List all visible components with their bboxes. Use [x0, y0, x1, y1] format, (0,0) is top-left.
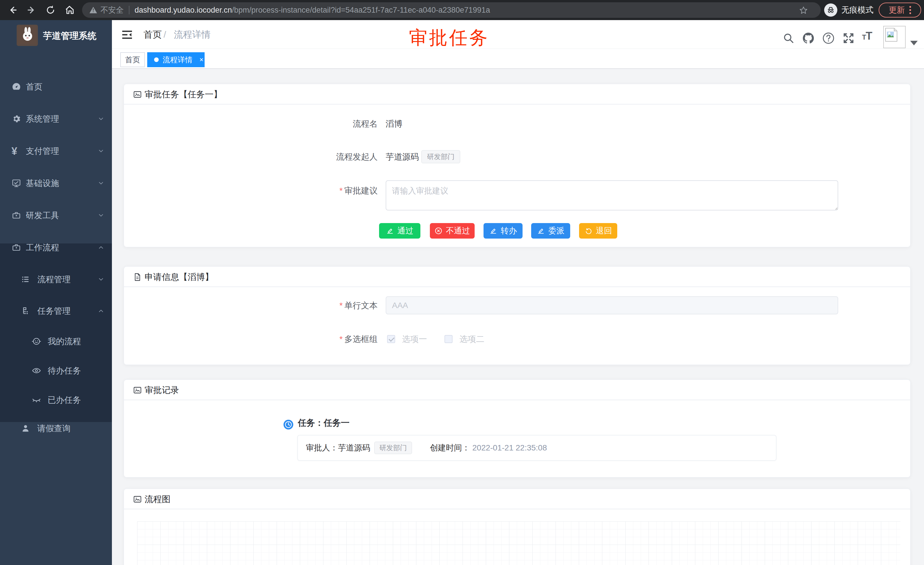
reject-button[interactable]: 不通过	[430, 223, 475, 239]
created-value: 2022-01-21 22:35:08	[472, 443, 547, 452]
sidebar-item-infrastructure[interactable]: 基础设施	[0, 167, 112, 199]
browser-reload-button[interactable]	[44, 4, 57, 17]
created-label: 创建时间：	[430, 442, 470, 453]
timeline-record-item: 审批人： 芋道源码 研发部门 创建时间： 2022-01-21 22:35:08	[297, 435, 777, 461]
browser-home-button[interactable]	[63, 4, 76, 17]
tags-view-bar: 首页 流程详情 ×	[112, 49, 924, 69]
screen: 不安全 dashboard.yudao.iocoder.cn/bpm/proce…	[0, 0, 924, 565]
chevron-down-icon	[98, 116, 105, 122]
main-content: 审批任务【任务一】 流程名 滔博 流程发起人 芋道源码 研发部门 *审批建议 通…	[112, 69, 924, 565]
records-card-header: 审批记录	[124, 380, 910, 400]
sidebar-item-devtools[interactable]: 研发工具	[0, 199, 112, 231]
edit-icon	[489, 227, 497, 235]
initiator-value: 芋道源码	[386, 149, 419, 164]
search-icon[interactable]	[782, 32, 795, 45]
return-button[interactable]: 退回	[579, 223, 617, 239]
sidebar-item-leave-query[interactable]: 请假查询	[0, 415, 112, 442]
chevron-down-icon	[98, 276, 105, 283]
url-path: /bpm/process-instance/detail?id=54aa251f…	[232, 6, 490, 15]
chevron-down-icon	[98, 147, 105, 155]
active-tab-dot	[154, 57, 159, 62]
edit-icon	[537, 227, 545, 235]
tree-icon	[21, 306, 30, 316]
sidebar-item-payment[interactable]: ¥ 支付管理	[0, 135, 112, 167]
refresh-left-icon	[585, 227, 592, 235]
sidebar-item-workflow[interactable]: 工作流程	[0, 231, 112, 263]
text-field-label: *单行文本	[254, 298, 378, 313]
app-header: 首页 / 流程详情 审批任务 TT	[112, 20, 924, 49]
font-size-icon[interactable]: TT	[862, 30, 882, 43]
user-icon	[21, 424, 30, 433]
gear-icon	[12, 114, 21, 124]
tab-home[interactable]: 首页	[120, 52, 145, 67]
tab-process-detail[interactable]: 流程详情 ×	[147, 52, 205, 67]
timeline-task-title: 任务：任务一	[298, 415, 350, 430]
process-name-value: 滔博	[386, 116, 402, 131]
update-label[interactable]: 更新	[889, 5, 905, 15]
browser-update-button[interactable]: 更新	[879, 3, 921, 18]
address-bar[interactable]: 不安全 dashboard.yudao.iocoder.cn/bpm/proce…	[82, 2, 821, 18]
sidebar-item-done-tasks[interactable]: 已办任务	[0, 385, 112, 415]
sidebar-logo[interactable]: 芋道管理系统	[0, 20, 112, 52]
incognito-badge: 无痕模式	[824, 3, 873, 17]
annotation-text: 审批任务	[409, 25, 489, 50]
transfer-button[interactable]: 转办	[483, 223, 522, 239]
timeline-clock-icon	[283, 419, 294, 430]
initiator-dept-tag: 研发部门	[421, 150, 460, 163]
opinion-textarea[interactable]	[386, 180, 838, 210]
document-icon	[133, 272, 142, 282]
approve-card-header: 审批任务【任务一】	[124, 84, 910, 105]
chevron-down-icon	[98, 212, 105, 219]
picture-frame-icon	[133, 386, 142, 395]
checkbox-option2-label: 选项二	[459, 332, 484, 347]
approve-card-title: 审批任务【任务一】	[145, 84, 222, 105]
incognito-label: 无痕模式	[842, 5, 873, 15]
approval-records-card: 审批记录 任务：任务一 审批人： 芋道源码 研发部门 创建时间： 2022-01…	[124, 380, 910, 478]
logo-image	[16, 25, 38, 46]
sidebar-item-task-management[interactable]: 任务管理	[0, 295, 112, 327]
eye-icon	[32, 366, 41, 376]
sidebar-item-home[interactable]: 首页	[0, 71, 112, 103]
diagram-card-title: 流程图	[145, 489, 171, 509]
help-icon[interactable]	[822, 32, 835, 45]
approve-task-card: 审批任务【任务一】 流程名 滔博 流程发起人 芋道源码 研发部门 *审批建议 通…	[124, 84, 910, 247]
bookmark-star-icon[interactable]	[799, 6, 808, 15]
opinion-label: *审批建议	[254, 183, 378, 198]
browser-forward-button[interactable]	[25, 4, 38, 17]
fullscreen-icon[interactable]	[842, 32, 855, 45]
tab-close-icon[interactable]: ×	[200, 56, 204, 64]
github-icon[interactable]	[802, 32, 815, 45]
briefcase-icon	[12, 243, 21, 252]
circle-close-icon	[435, 227, 442, 235]
security-label: 不安全	[100, 5, 124, 15]
records-card-title: 审批记录	[145, 380, 179, 400]
assignee-label: 审批人：	[306, 442, 338, 453]
eye-closed-icon	[32, 395, 41, 405]
browser-menu-icon[interactable]	[909, 6, 911, 14]
flow-diagram-card: 流程图	[124, 488, 910, 565]
briefcase-icon	[12, 210, 21, 220]
bpmn-diagram-canvas[interactable]	[137, 521, 900, 565]
dashboard-icon	[12, 82, 21, 92]
application-info-card: 申请信息【滔博】 *单行文本 *多选框组 选项一 选项二	[124, 266, 910, 365]
assignee-dept-tag: 研发部门	[374, 442, 412, 454]
breadcrumb-home[interactable]: 首页	[144, 20, 162, 49]
sidebar-item-todo-tasks[interactable]: 待办任务	[0, 356, 112, 385]
diagram-card-header: 流程图	[124, 489, 910, 509]
application-card-header: 申请信息【滔博】	[124, 267, 910, 287]
delegate-button[interactable]: 委派	[531, 223, 570, 239]
not-secure-warning-icon	[89, 6, 98, 14]
sidebar-item-my-process[interactable]: 我的流程	[0, 327, 112, 356]
sidebar-collapse-icon[interactable]	[122, 30, 133, 39]
chevron-up-icon	[98, 244, 105, 251]
edit-icon	[386, 227, 394, 235]
process-name-label: 流程名	[254, 116, 378, 131]
sidebar-item-system[interactable]: 系统管理	[0, 103, 112, 135]
picture-frame-icon	[133, 90, 142, 99]
avatar[interactable]	[883, 26, 906, 48]
avatar-dropdown-caret-icon[interactable]	[910, 41, 918, 45]
robot-icon	[32, 337, 41, 346]
approve-button[interactable]: 通过	[379, 223, 420, 239]
browser-back-button[interactable]	[6, 4, 19, 17]
sidebar-item-process-management[interactable]: 流程管理	[0, 263, 112, 295]
